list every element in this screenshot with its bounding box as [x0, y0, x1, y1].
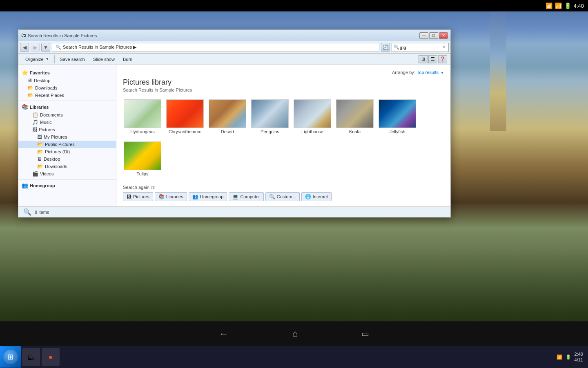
- sidebar-item-public-pictures[interactable]: 📂 Public Pictures: [18, 141, 116, 148]
- arrange-row: Arrange by: Top results ▼: [123, 70, 444, 75]
- image-label-chrysanthemum: Chrysanthemum: [169, 129, 202, 134]
- image-thumb-chrysanthemum: [166, 99, 204, 128]
- sidebar-item-recent-places[interactable]: 📂 Recent Places: [18, 92, 116, 99]
- search-loc-computer[interactable]: 💻Computer: [229, 192, 263, 201]
- view-list-button[interactable]: ☰: [428, 55, 437, 63]
- back-button[interactable]: ◀: [20, 43, 29, 52]
- recents-nav-button[interactable]: ▭: [358, 325, 372, 342]
- refresh-button[interactable]: 🔄: [381, 43, 390, 52]
- taskbar-chrome[interactable]: ●: [42, 348, 60, 366]
- toolbar-right: ⊞ ☰ ❓: [419, 55, 447, 63]
- title-bar: 🗂 Search Results in Sample Pictures — □ …: [18, 30, 450, 41]
- help-button[interactable]: ❓: [438, 55, 447, 63]
- libraries-section: 📚 Libraries 📋 Documents 🎵 Music 🖼 Pictur…: [18, 103, 116, 177]
- image-thumb-hydrangeas: [124, 99, 161, 128]
- search-input[interactable]: [400, 45, 441, 50]
- desktop-icon: 🖥: [27, 78, 32, 83]
- taskbar-signal-icon: 📶: [557, 355, 562, 360]
- organize-button[interactable]: Organize ▼: [22, 55, 53, 64]
- sidebar-item-desktop[interactable]: 🖥 Desktop: [18, 77, 116, 84]
- search-loc-internet[interactable]: 🌐Internet: [301, 192, 332, 201]
- image-item-lighthouse[interactable]: Lighthouse: [293, 97, 332, 136]
- homegroup-header[interactable]: 👥 Homegroup: [18, 181, 116, 190]
- homegroup-icon: 👥: [22, 182, 28, 188]
- libraries-header[interactable]: 📚 Libraries: [18, 103, 116, 111]
- sidebar-item-videos[interactable]: 🎬 Videos: [18, 170, 116, 177]
- sidebar-item-desktop2[interactable]: 🖥 Desktop: [18, 155, 116, 163]
- toolbar: Organize ▼ Save search Slide show Burn ⊞…: [18, 54, 450, 65]
- slideshow-button[interactable]: Slide show: [89, 55, 118, 64]
- sidebar-item-pictures[interactable]: 🖼 Pictures: [18, 126, 116, 133]
- back-nav-button[interactable]: ←: [216, 325, 232, 343]
- image-thumb-penguins: [251, 99, 289, 128]
- desktop2-icon: 🖥: [37, 156, 42, 162]
- library-subtitle: Search Results in Sample Pictures: [123, 88, 444, 92]
- loc-icon-computer: 💻: [232, 194, 238, 200]
- search-loc-homegroup[interactable]: 👥Homegroup: [189, 192, 227, 201]
- loc-icon-pictures: 🖼: [127, 194, 131, 200]
- image-label-tulips: Tulips: [137, 171, 149, 176]
- home-nav-button[interactable]: ⌂: [289, 325, 301, 342]
- search-locations: 🖼Pictures📚Libraries👥Homegroup💻Computer🔍C…: [123, 192, 444, 201]
- image-item-jellyfish[interactable]: Jellyfish: [378, 97, 417, 136]
- search-loc-libraries[interactable]: 📚Libraries: [155, 192, 187, 201]
- sidebar-item-documents[interactable]: 📋 Documents: [18, 111, 116, 119]
- status-time: 4:40: [574, 3, 584, 9]
- taskbar-right: 📶 🔋 2:40 4/11: [557, 351, 588, 363]
- downloads-icon: 📂: [27, 85, 33, 91]
- forward-button[interactable]: ▶: [31, 43, 40, 52]
- image-item-hydrangeas[interactable]: Hydrangeas: [123, 97, 162, 136]
- minimize-button[interactable]: —: [419, 32, 428, 39]
- sidebar-item-pictures-dt[interactable]: 📂 Pictures (Dt): [18, 148, 116, 155]
- downloads2-icon: 📂: [37, 164, 43, 169]
- android-status-bar: 📶 📶 🔋 4:40: [0, 0, 588, 11]
- arrange-dropdown-icon: ▼: [441, 71, 444, 75]
- favorites-header[interactable]: ⭐ Favorites: [18, 68, 116, 77]
- image-label-jellyfish: Jellyfish: [389, 129, 405, 134]
- close-button[interactable]: ✕: [439, 32, 448, 39]
- status-search-icon: 🔍: [23, 208, 31, 216]
- window-title: Search Results in Sample Pictures: [28, 33, 419, 38]
- library-title: Pictures library: [123, 78, 444, 87]
- sidebar-item-my-pictures[interactable]: 🖼 My Pictures: [18, 133, 116, 141]
- save-search-button[interactable]: Save search: [56, 55, 89, 64]
- image-thumb-tulips: [124, 141, 161, 170]
- loc-icon-internet: 🌐: [305, 194, 311, 200]
- burn-button[interactable]: Burn: [119, 55, 136, 64]
- sidebar-item-downloads[interactable]: 📂 Downloads: [18, 84, 116, 92]
- search-loc-custom---[interactable]: 🔍Custom...: [265, 192, 300, 201]
- address-bar: ◀ ▶ ▼ 🔍 Search Results in Sample Picture…: [18, 41, 450, 54]
- android-nav-bar: ← ⌂ ▭: [0, 321, 588, 346]
- wifi-icon: 📶: [546, 2, 552, 9]
- image-item-desert[interactable]: Desert: [208, 97, 247, 136]
- address-path[interactable]: 🔍 Search Results in Sample Pictures ▶: [52, 43, 379, 52]
- view-options-button[interactable]: ⊞: [419, 55, 428, 63]
- start-button[interactable]: ⊞: [0, 346, 21, 368]
- image-label-lighthouse: Lighthouse: [301, 129, 323, 134]
- search-loc-pictures[interactable]: 🖼Pictures: [123, 192, 153, 201]
- taskbar-clock: 2:40 4/11: [575, 351, 583, 363]
- loc-icon-homegroup: 👥: [192, 194, 198, 200]
- image-item-penguins[interactable]: Penguins: [250, 97, 290, 136]
- image-item-tulips[interactable]: Tulips: [123, 139, 162, 178]
- item-count: 8 items: [35, 210, 49, 215]
- taskbar-file-explorer[interactable]: 🗂: [22, 348, 40, 366]
- image-thumb-jellyfish: [379, 99, 416, 128]
- sidebar-item-music[interactable]: 🎵 Music: [18, 119, 116, 126]
- taskbar-battery-icon: 🔋: [566, 355, 571, 360]
- recent-button[interactable]: ▼: [41, 43, 50, 52]
- search-clear-button[interactable]: ✕: [442, 45, 445, 50]
- arrange-by-label: Arrange by:: [392, 70, 415, 75]
- maximize-button[interactable]: □: [429, 32, 438, 39]
- image-item-koala[interactable]: Koala: [335, 97, 374, 136]
- sidebar: ⭐ Favorites 🖥 Desktop 📂 Downloads 📂 Rece…: [18, 65, 116, 206]
- pictures-dt-icon: 📂: [37, 149, 43, 155]
- image-item-chrysanthemum[interactable]: Chrysanthemum: [165, 97, 205, 136]
- sidebar-item-downloads2[interactable]: 📂 Downloads: [18, 163, 116, 170]
- search-again-label: Search again in:: [123, 185, 444, 190]
- image-label-penguins: Penguins: [261, 129, 279, 134]
- organize-dropdown-icon: ▼: [46, 57, 49, 61]
- main-area: ⭐ Favorites 🖥 Desktop 📂 Downloads 📂 Rece…: [18, 65, 450, 206]
- arrange-by-button[interactable]: Top results ▼: [417, 70, 444, 75]
- toolbar-separator: [54, 55, 55, 63]
